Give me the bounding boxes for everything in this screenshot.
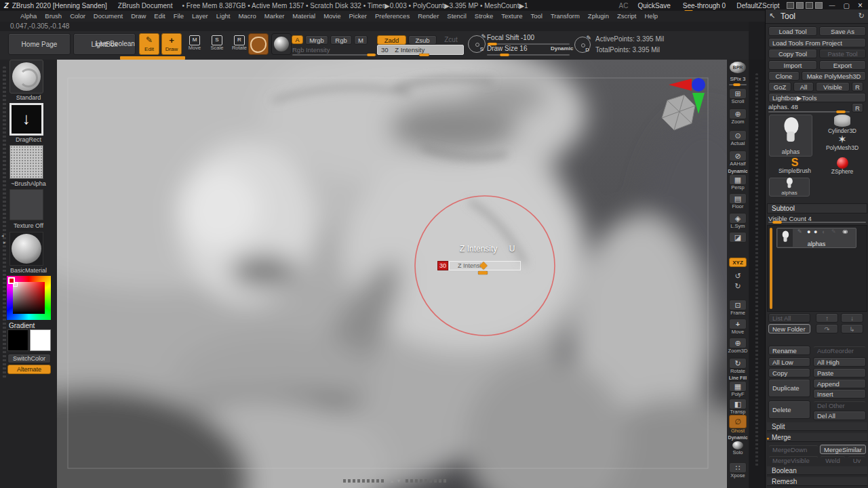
rgb-intensity-slider[interactable]: Rgb Intensity [292,46,376,56]
m-button[interactable]: M [354,35,368,45]
tray-icon-3[interactable] [806,2,813,9]
ghost-button[interactable]: ∅ Ghost [728,415,748,434]
tool-item-cylinder3d[interactable]: Cylinder3D [821,115,863,134]
pivot-ccw-button[interactable]: ↺ [728,272,748,281]
subtool-eye-dot1-icon[interactable]: ● [807,228,810,235]
visible-count-knob[interactable] [772,221,782,224]
goz-all-button[interactable]: All [793,82,814,92]
bottom-tray-handle[interactable]: ▲ ▼ [343,479,456,483]
tool-item-zsphere[interactable]: ZSphere [821,157,863,174]
tray-icon-4[interactable] [815,2,823,9]
tooltip-slider-knob[interactable] [478,271,488,274]
transparency-lock-button[interactable]: ◪ [728,232,748,243]
load-tool-button[interactable]: Load Tool [768,26,817,36]
window-restore-button[interactable]: ▢ [844,2,850,9]
menu-light[interactable]: Light [212,11,235,22]
subtool-visibility-eye-icon[interactable]: ◉ [842,228,848,234]
rotate-3d-button[interactable]: ↻ Rotate [728,358,748,374]
rgb-button[interactable]: Rgb [330,35,352,45]
canvas-viewport[interactable]: Z Intensity U 30 Z Intensity ▲ ▼ [57,60,727,488]
zsub-button[interactable]: Zsub [408,35,437,45]
xyz-button[interactable]: XYZ [728,258,748,267]
frame-button[interactable]: ⊡ Frame [728,300,748,316]
right-tray-divider[interactable] [749,60,765,488]
alphas-r-button[interactable]: R [852,103,863,113]
menu-transform[interactable]: Transform [547,11,584,22]
del-other-button[interactable]: Del Other [813,401,866,410]
copy-subtool-button[interactable]: Copy [768,368,810,378]
xpose-button[interactable]: ∷ Xpose [728,462,748,479]
scroll-button[interactable]: ⊞ Scroll [728,88,748,104]
rotate-button[interactable]: R Rotate [229,35,250,51]
switch-color-button[interactable]: SwitchColor [7,354,51,363]
aahalf-button[interactable]: ⊘ AAHalf [728,150,748,167]
current-alpha-thumb[interactable] [9,145,43,179]
transp-button[interactable]: ◧ Transp [728,399,748,415]
menu-zscript[interactable]: Zscript [613,11,641,22]
subtool-paint-icon[interactable]: ✎ [797,228,802,235]
del-all-button[interactable]: Del All [813,411,866,420]
subtool-pen2-icon[interactable]: ✎ [831,228,836,235]
subtool-scrollbar[interactable] [770,228,772,309]
tool-item-polymesh3d[interactable]: ✶ PolyMesh3D [821,134,863,150]
secondary-color-swatch[interactable] [30,329,51,351]
new-folder-button[interactable]: New Folder [768,324,810,333]
current-brush-button[interactable] [248,33,269,55]
subtool-down-button[interactable]: ↓ [841,313,863,323]
menu-macro[interactable]: Macro [234,11,260,22]
window-close-button[interactable]: × [858,1,863,10]
tray-icon-1[interactable] [787,2,794,9]
mrgb-button[interactable]: Mrgb [305,35,328,45]
tool-panel-header[interactable]: ↖ Tool ↻ [766,9,868,24]
stroke-type-button[interactable]: ✎ S [468,35,486,53]
copy-tool-button[interactable]: Copy Tool [768,49,817,58]
all-low-button[interactable]: All Low [768,357,810,367]
clone-button[interactable]: Clone [768,71,800,81]
tool-item-simplebrush[interactable]: S SimpleBrush [774,157,816,174]
menu-material[interactable]: Material [288,11,319,22]
scale-button[interactable]: S Scale [207,35,227,51]
menu-preferences[interactable]: Preferences [371,11,414,22]
menu-layer[interactable]: Layer [188,11,212,22]
dynamic-label[interactable]: Dynamic [551,45,573,52]
main-color-swatch[interactable] [7,329,28,351]
menu-movie[interactable]: Movie [319,11,344,22]
menu-file[interactable]: File [170,11,188,22]
lsym-button[interactable]: ◈ L.Sym [728,213,748,229]
split-section-row[interactable]: Split [767,422,867,431]
see-through-slider[interactable]: See-through 0 [683,2,726,9]
menu-picker[interactable]: Picker [345,11,371,22]
weld-button[interactable]: Weld [820,455,846,465]
list-all-button[interactable]: List All [768,313,810,323]
tool-refresh-icon[interactable]: ↻ [859,12,865,20]
current-brush-thumb[interactable] [9,60,43,94]
alternate-button[interactable]: Alternate [7,365,51,374]
merge-section-row[interactable]: ● Merge [767,433,867,442]
rename-button[interactable]: Rename [768,346,810,355]
tray-toggle-icons[interactable] [787,2,823,9]
menu-color[interactable]: Color [66,11,90,22]
pivot-cw-button[interactable]: ↻ [728,282,748,291]
tooltip-slider[interactable]: Z Intensity [449,261,521,270]
menu-zplugin[interactable]: Zplugin [584,11,613,22]
menu-texture[interactable]: Texture [497,11,526,22]
polyf-button[interactable]: Line Fill ▦ PolyF [728,375,748,397]
menu-stencil[interactable]: Stencil [443,11,471,22]
visible-count-slider[interactable]: Visible Count 4 [768,215,866,223]
menu-tool[interactable]: Tool [526,11,546,22]
current-texture-thumb[interactable] [9,189,43,220]
default-zscript-button[interactable]: DefaultZScript [736,2,779,9]
live-boolean-button[interactable]: Live Boolean [94,40,137,47]
menu-stroke[interactable]: Stroke [471,11,497,22]
solo-button[interactable]: Dynamic Solo [728,435,748,455]
move-3d-button[interactable]: + Move [728,319,748,335]
quicksave-button[interactable]: QuickSave [637,2,670,9]
edit-button[interactable]: ✎ Edit [139,33,159,55]
draw-size-knob[interactable] [500,54,509,56]
menu-document[interactable]: Document [90,11,127,22]
autoreorder-button[interactable]: AutoReorder [813,346,866,355]
load-tools-from-project-button[interactable]: Load Tools From Project [768,38,866,47]
make-polymesh3d-button[interactable]: Make PolyMesh3D [802,71,866,81]
draw-button[interactable]: + Draw [161,33,182,55]
subtool-eye-dot2-icon[interactable]: ● [814,228,817,235]
